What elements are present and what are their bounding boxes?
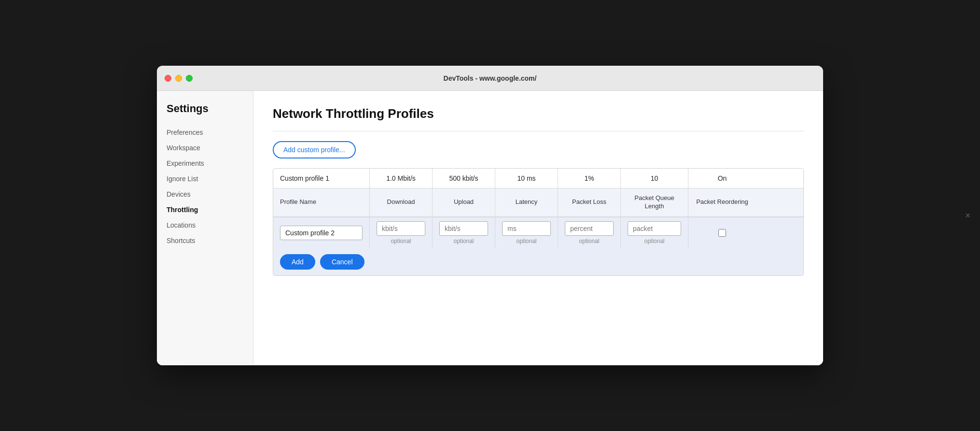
traffic-lights [165,75,193,82]
col-header-packet-queue: Packet Queue Length [621,188,688,216]
col-header-packet-loss: Packet Loss [558,188,621,216]
divider [273,131,804,131]
cancel-button[interactable]: Cancel [320,254,364,270]
table-header-row: Profile Name Download Upload Latency Pac… [273,188,803,217]
sidebar-item-shortcuts[interactable]: Shortcuts [157,233,253,248]
col-header-download: Download [370,188,433,216]
download-input-cell: optional [370,217,433,248]
table-row: Custom profile 1 1.0 Mbit/s 500 kbit/s 1… [273,169,803,188]
latency-cell: 10 ms [495,169,558,188]
input-row: optional optional optional optional [273,217,803,248]
sidebar: Settings Preferences Workspace Experimen… [157,91,253,365]
actions-row: Add Cancel [273,248,803,275]
packet-reorder-checkbox[interactable] [718,229,726,237]
packet-loss-input-cell: optional [558,217,621,248]
download-hint: optional [391,238,411,244]
upload-cell: 500 kbit/s [433,169,495,188]
sidebar-item-devices[interactable]: Devices [157,187,253,202]
col-header-latency: Latency [495,188,558,216]
packet-loss-hint: optional [579,238,599,244]
upload-input-cell: optional [433,217,495,248]
col-header-upload: Upload [433,188,495,216]
packet-loss-input[interactable] [565,221,614,236]
add-form-section: optional optional optional optional [273,217,803,275]
col-header-packet-reorder: Packet Reordering [688,188,756,216]
packet-queue-hint: optional [644,238,664,244]
profile-name-cell: Custom profile 1 [273,169,370,188]
sidebar-item-locations[interactable]: Locations [157,217,253,233]
titlebar: DevTools - www.google.com/ [157,66,823,91]
sidebar-item-throttling[interactable]: Throttling [157,202,253,217]
latency-input-cell: optional [495,217,558,248]
page-title: Network Throttling Profiles [273,106,804,121]
profile-name-input[interactable] [280,226,363,240]
packet-queue-input-cell: optional [621,217,688,248]
profiles-table: Custom profile 1 1.0 Mbit/s 500 kbit/s 1… [273,168,804,276]
window-body: Settings Preferences Workspace Experimen… [157,91,823,365]
download-cell: 1.0 Mbit/s [370,169,433,188]
name-input-cell [273,217,370,248]
maximize-traffic-light[interactable] [186,75,193,82]
latency-hint: optional [516,238,536,244]
packet-loss-cell: 1% [558,169,621,188]
sidebar-item-ignore-list[interactable]: Ignore List [157,171,253,187]
packet-reorder-checkbox-cell [688,217,756,248]
download-input[interactable] [377,221,425,236]
close-traffic-light[interactable] [165,75,171,82]
col-header-profile-name: Profile Name [273,188,370,216]
devtools-window: DevTools - www.google.com/ Settings Pref… [157,66,823,365]
titlebar-title: DevTools - www.google.com/ [444,74,537,82]
add-custom-profile-button[interactable]: Add custom profile... [273,141,356,158]
latency-input[interactable] [502,221,551,236]
sidebar-title: Settings [157,102,253,125]
minimize-traffic-light[interactable] [175,75,182,82]
main-content: × Network Throttling Profiles Add custom… [253,91,823,365]
sidebar-item-experiments[interactable]: Experiments [157,156,253,171]
sidebar-item-preferences[interactable]: Preferences [157,125,253,140]
packet-queue-input[interactable] [628,221,681,236]
upload-hint: optional [453,238,474,244]
sidebar-item-workspace[interactable]: Workspace [157,140,253,156]
upload-input[interactable] [439,221,488,236]
packet-reorder-cell: On [688,169,756,188]
packet-queue-cell: 10 [621,169,688,188]
add-button[interactable]: Add [280,254,315,270]
